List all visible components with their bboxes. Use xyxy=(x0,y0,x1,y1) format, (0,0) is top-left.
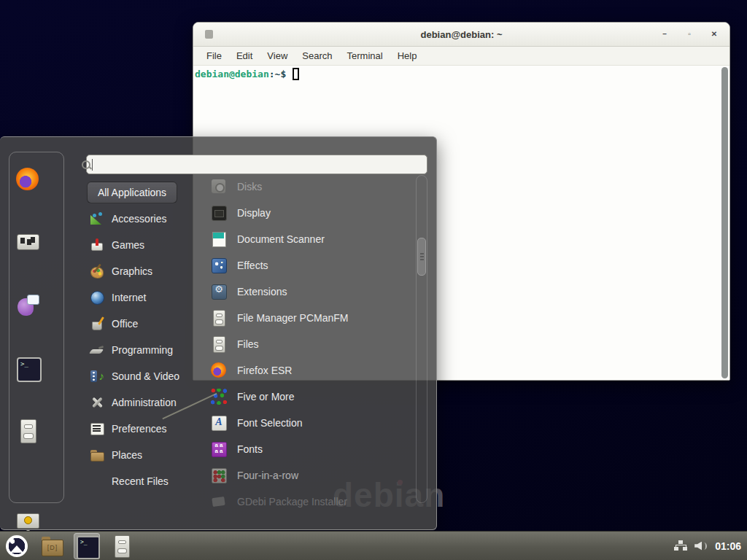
app-font-selection[interactable]: Font Selection xyxy=(210,410,414,436)
app-file-manager-pcmanfm[interactable]: File Manager PCManFM xyxy=(210,305,414,331)
close-icon[interactable]: ✕ xyxy=(709,29,719,39)
category-label: Graphics xyxy=(112,265,152,277)
category-all-applications[interactable]: All Applications xyxy=(87,182,177,203)
menu-search[interactable]: Search xyxy=(295,50,339,61)
file-cabinet-icon xyxy=(113,535,131,557)
file-manager-launcher[interactable] xyxy=(39,533,65,559)
menu-button[interactable] xyxy=(4,533,30,559)
maximize-icon[interactable]: ▫ xyxy=(684,29,694,39)
app-list-scrollbar-track[interactable] xyxy=(416,175,427,503)
terminal-titlebar[interactable]: debian@debian: ~ – ▫ ✕ xyxy=(193,23,729,47)
file-manager-icon[interactable] xyxy=(15,419,40,443)
category-preferences[interactable]: Preferences xyxy=(87,416,204,442)
pidgin-icon[interactable] xyxy=(15,293,40,318)
firefox-icon xyxy=(210,362,228,379)
file-cabinet-icon xyxy=(210,335,228,353)
category-accessories[interactable]: Accessories xyxy=(87,206,204,232)
category-label: Preferences xyxy=(112,423,166,435)
office-icon xyxy=(90,316,104,331)
terminal-scrollbar[interactable] xyxy=(720,66,729,379)
preferences-panel-icon[interactable] xyxy=(15,230,40,254)
app-label: Display xyxy=(237,207,271,219)
category-recent-files[interactable]: Recent Files xyxy=(87,468,204,494)
text-caret xyxy=(92,159,93,171)
file-cabinet-launcher[interactable] xyxy=(109,533,135,559)
menu-file[interactable]: File xyxy=(199,50,229,61)
category-label: Recent Files xyxy=(112,475,169,487)
taskbar: 01:06 xyxy=(0,531,747,560)
display-icon xyxy=(210,204,228,222)
internet-globe-icon xyxy=(90,290,104,305)
sound-video-icon xyxy=(90,369,104,384)
app-label: Effects xyxy=(237,260,268,271)
app-effects[interactable]: Effects xyxy=(210,252,414,279)
terminal-cursor xyxy=(293,68,299,80)
menu-edit[interactable]: Edit xyxy=(229,50,260,61)
games-icon xyxy=(90,238,104,252)
app-label: File Manager PCManFM xyxy=(237,312,349,324)
folder-icon xyxy=(90,448,104,462)
search-input[interactable] xyxy=(86,155,427,174)
app-label: Font Selection xyxy=(237,417,303,429)
menu-view[interactable]: View xyxy=(260,50,295,61)
prompt-path: ~ xyxy=(275,69,281,79)
prompt-user-host: debian@debian xyxy=(195,69,269,79)
menu-help[interactable]: Help xyxy=(390,50,425,61)
category-office[interactable]: Office xyxy=(87,311,204,337)
favorites-sidebar xyxy=(9,152,64,503)
firefox-icon[interactable] xyxy=(15,167,40,192)
terminal-scrollbar-thumb[interactable] xyxy=(721,67,728,378)
prompt-colon: : xyxy=(269,69,275,79)
app-list-scrollbar-thumb[interactable] xyxy=(417,238,426,276)
category-label: All Applications xyxy=(98,187,166,198)
app-fonts[interactable]: Fonts xyxy=(210,436,414,462)
terminal-launcher-icon[interactable] xyxy=(15,356,40,381)
application-menu-popup: All Applications Accessories Games Graph… xyxy=(0,136,437,530)
gdebi-icon xyxy=(210,493,228,510)
app-document-scanner[interactable]: Document Scanner xyxy=(210,226,414,252)
preferences-sliders-icon xyxy=(90,421,104,436)
app-label: Disks xyxy=(237,181,262,192)
category-places[interactable]: Places xyxy=(87,442,204,468)
administration-tools-icon xyxy=(90,395,104,410)
prompt-dollar: $ xyxy=(280,69,286,79)
document-scanner-icon xyxy=(210,230,228,248)
shell-prompt: debian@debian:~$ xyxy=(195,68,728,80)
clock[interactable]: 01:06 xyxy=(715,540,741,552)
search-icon xyxy=(81,160,91,170)
font-selection-icon xyxy=(210,414,228,432)
category-label: Programming xyxy=(112,344,173,356)
category-sound-video[interactable]: Sound & Video xyxy=(87,363,204,389)
category-graphics[interactable]: Graphics xyxy=(87,258,204,284)
network-icon[interactable] xyxy=(674,540,687,552)
app-display[interactable]: Display xyxy=(210,200,414,226)
category-administration[interactable]: Administration xyxy=(87,389,204,416)
menu-terminal[interactable]: Terminal xyxy=(340,50,390,61)
accessories-icon xyxy=(90,211,104,226)
app-extensions[interactable]: Extensions xyxy=(210,279,414,305)
volume-icon[interactable] xyxy=(694,540,708,552)
app-label: Firefox ESR xyxy=(237,365,292,376)
category-internet[interactable]: Internet xyxy=(87,284,204,311)
effects-icon xyxy=(210,257,228,274)
app-label: Four-in-a-row xyxy=(237,470,298,481)
app-files[interactable]: Files xyxy=(210,331,414,357)
terminal-task-button[interactable] xyxy=(74,533,100,559)
category-programming[interactable]: Programming xyxy=(87,337,204,363)
minimize-icon[interactable]: – xyxy=(659,29,670,39)
category-label: Places xyxy=(112,449,142,461)
app-firefox-esr[interactable]: Firefox ESR xyxy=(210,357,414,384)
app-label: Five or More xyxy=(237,391,295,402)
app-disks[interactable]: Disks xyxy=(210,174,414,200)
terminal-menubar: File Edit View Search Terminal Help xyxy=(193,47,729,66)
app-label: Files xyxy=(237,338,259,350)
app-five-or-more[interactable]: Five or More xyxy=(210,384,414,410)
disks-icon xyxy=(210,178,228,195)
app-four-in-a-row[interactable]: Four-in-a-row xyxy=(210,462,414,489)
fonts-icon xyxy=(210,440,228,458)
terminal-title: debian@debian: ~ xyxy=(421,29,503,40)
app-gdebi-package-installer[interactable]: GDebi Package Installer xyxy=(210,489,414,515)
four-in-a-row-icon xyxy=(210,467,228,484)
file-cabinet-icon xyxy=(210,309,228,327)
category-games[interactable]: Games xyxy=(87,232,204,258)
